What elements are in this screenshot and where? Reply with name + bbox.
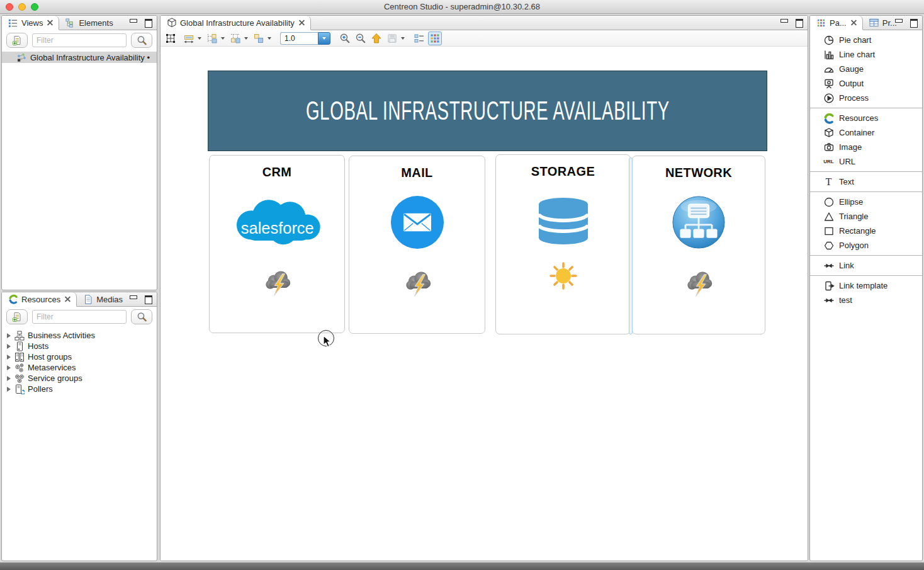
expand-arrow-icon[interactable] bbox=[7, 376, 11, 381]
expand-arrow-icon[interactable] bbox=[7, 344, 11, 349]
outline-icon bbox=[414, 33, 425, 44]
minimize-editor-icon[interactable] bbox=[780, 19, 788, 26]
align-horizontal-button[interactable] bbox=[205, 31, 219, 45]
views-tree: Global Infrastructure Availability • bbox=[2, 50, 157, 63]
palette-item-link[interactable]: Link bbox=[810, 258, 922, 273]
palette-item-pie-chart[interactable]: Pie chart bbox=[810, 33, 922, 47]
palette-item-text[interactable]: T Text bbox=[810, 174, 922, 189]
zoom-dropdown-button[interactable] bbox=[318, 32, 330, 45]
match-size-button[interactable] bbox=[252, 31, 266, 45]
palette-item-ellipse[interactable]: Ellipse bbox=[810, 195, 922, 209]
maximize-panel-icon[interactable] bbox=[144, 295, 152, 302]
grid-select-button[interactable] bbox=[164, 31, 177, 45]
new-resource-button[interactable] bbox=[6, 309, 28, 324]
tree-item-host-groups[interactable]: Host groups bbox=[2, 351, 157, 362]
palette-item-container[interactable]: Container bbox=[810, 125, 922, 140]
views-filter-toolbar bbox=[2, 30, 157, 50]
new-document-icon bbox=[12, 312, 22, 322]
maximize-panel-icon[interactable] bbox=[910, 19, 918, 26]
minimize-panel-icon[interactable] bbox=[894, 19, 903, 26]
tab-elements[interactable]: Elements bbox=[59, 16, 118, 30]
zoom-level-value[interactable]: 1.0 bbox=[280, 32, 318, 45]
tab-palette[interactable]: Pa... bbox=[810, 16, 863, 30]
resize-width-button[interactable] bbox=[182, 31, 196, 45]
card-crm[interactable]: CRM salesforce bbox=[209, 155, 345, 333]
tree-item-global-infrastructure-availability[interactable]: Global Infrastructure Availability • bbox=[2, 52, 157, 63]
new-view-button[interactable] bbox=[6, 33, 28, 48]
up-arrow-icon bbox=[371, 33, 382, 44]
card-storage[interactable]: STORAGE bbox=[495, 154, 631, 334]
window-title: Centreon Studio - superadmin@10.30.2.68 bbox=[0, 2, 924, 11]
card-title: STORAGE bbox=[531, 164, 595, 179]
up-level-button[interactable] bbox=[369, 31, 383, 45]
resources-search-button[interactable] bbox=[131, 309, 152, 324]
link-icon bbox=[823, 295, 835, 306]
dropdown-chevron-icon[interactable] bbox=[221, 37, 225, 40]
zoom-in-button[interactable] bbox=[338, 31, 352, 45]
resources-filter-input[interactable] bbox=[32, 310, 127, 324]
dropdown-chevron-icon[interactable] bbox=[401, 37, 405, 40]
maximize-panel-icon[interactable] bbox=[144, 19, 152, 26]
close-icon[interactable] bbox=[65, 297, 70, 302]
mail-circle-logo bbox=[390, 194, 444, 251]
expand-arrow-icon[interactable] bbox=[7, 333, 11, 338]
vertical-divider-element[interactable] bbox=[629, 157, 633, 334]
align-horizontal-icon bbox=[206, 33, 218, 44]
palette-item-image[interactable]: Image bbox=[810, 140, 922, 154]
card-mail[interactable]: MAIL bbox=[349, 156, 485, 334]
tab-views[interactable]: Views bbox=[2, 16, 59, 30]
palette-item-output[interactable]: Output bbox=[810, 76, 922, 91]
tree-item-metaservices[interactable]: Metaservices bbox=[2, 362, 157, 373]
tree-item-hosts[interactable]: Hosts bbox=[2, 341, 157, 351]
outline-toggle-button[interactable] bbox=[412, 31, 426, 45]
editor-area: Global Infrastructure Availability bbox=[160, 15, 808, 561]
palette-item-polygon[interactable]: Polygon bbox=[810, 238, 922, 253]
host-icon bbox=[14, 341, 25, 351]
palette-item-process[interactable]: Process bbox=[810, 91, 922, 105]
expand-arrow-icon[interactable] bbox=[7, 365, 11, 370]
maximize-editor-icon[interactable] bbox=[795, 19, 803, 26]
align-vertical-icon bbox=[230, 33, 241, 44]
tree-item-pollers[interactable]: Pollers bbox=[2, 384, 157, 394]
metaservice-icon bbox=[14, 363, 25, 373]
banner[interactable]: GLOBAL INFRASTRUCTURE AVAILABILITY bbox=[208, 71, 767, 151]
palette-item-link-template[interactable]: Link template bbox=[810, 278, 922, 293]
zoom-level-combo[interactable]: 1.0 bbox=[280, 32, 330, 45]
palette-item-resources[interactable]: Resources bbox=[810, 111, 922, 125]
banner-title: GLOBAL INFRASTRUCTURE AVAILABILITY bbox=[305, 96, 669, 126]
minimize-panel-icon[interactable] bbox=[129, 19, 137, 26]
palette-item-test[interactable]: test bbox=[810, 293, 922, 307]
zoom-out-button[interactable] bbox=[354, 31, 368, 45]
dropdown-chevron-icon[interactable] bbox=[244, 37, 248, 40]
palette-item-gauge[interactable]: Gauge bbox=[810, 62, 922, 76]
color-grid-icon bbox=[816, 18, 826, 28]
palette-item-rectangle[interactable]: Rectangle bbox=[810, 224, 922, 238]
close-icon[interactable] bbox=[299, 20, 305, 26]
dropdown-chevron-icon[interactable] bbox=[198, 37, 201, 40]
tab-resources[interactable]: Resources bbox=[2, 292, 77, 307]
palette-item-line-chart[interactable]: Line chart bbox=[810, 47, 922, 62]
palette-divider bbox=[810, 255, 922, 256]
save-button[interactable] bbox=[385, 31, 399, 45]
zoom-in-icon bbox=[339, 33, 351, 44]
palette-item-url[interactable]: URL URL bbox=[810, 154, 922, 169]
views-search-button[interactable] bbox=[131, 33, 152, 48]
expand-arrow-icon[interactable] bbox=[7, 387, 11, 392]
palette-divider bbox=[810, 275, 922, 276]
expand-arrow-icon[interactable] bbox=[7, 355, 11, 360]
tab-editor-global-infrastructure-availability[interactable]: Global Infrastructure Availability bbox=[161, 16, 311, 30]
sun-icon bbox=[548, 261, 578, 291]
close-icon[interactable] bbox=[851, 20, 857, 26]
tree-item-service-groups[interactable]: Service groups bbox=[2, 373, 157, 384]
align-vertical-button[interactable] bbox=[228, 31, 242, 45]
close-icon[interactable] bbox=[47, 20, 53, 26]
palette-item-triangle[interactable]: Triangle bbox=[810, 209, 922, 224]
grid-toggle-button[interactable] bbox=[428, 31, 442, 45]
dropdown-chevron-icon[interactable] bbox=[268, 37, 271, 40]
tab-medias[interactable]: Medias bbox=[77, 292, 128, 306]
diagram-canvas[interactable]: GLOBAL INFRASTRUCTURE AVAILABILITY CRM s… bbox=[161, 47, 808, 561]
card-network[interactable]: NETWORK bbox=[632, 156, 765, 334]
minimize-panel-icon[interactable] bbox=[129, 295, 137, 302]
tree-item-business-activities[interactable]: Business Activities bbox=[2, 330, 157, 341]
views-filter-input[interactable] bbox=[32, 33, 127, 47]
